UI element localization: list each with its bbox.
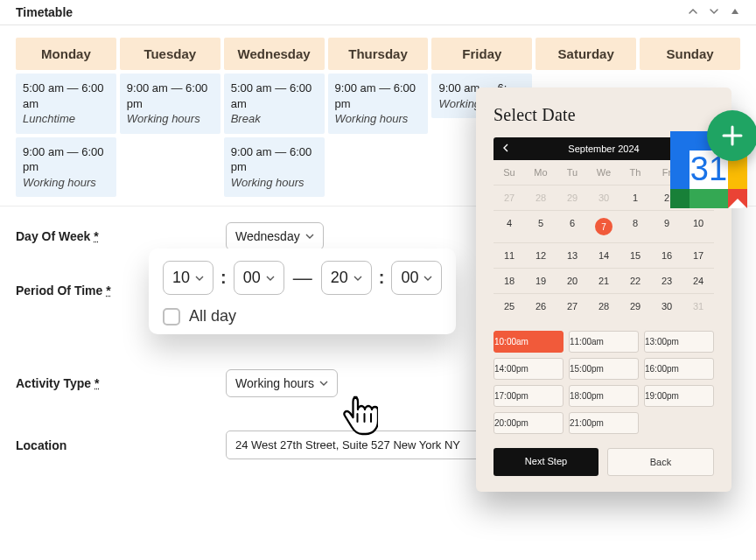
calendar-day[interactable]: 21	[588, 268, 620, 293]
location-input[interactable]: 24 West 27th Street, Suite 527 New York …	[226, 430, 488, 459]
calendar-day[interactable]: 20	[556, 268, 588, 293]
next-step-button[interactable]: Next Step	[494, 448, 598, 476]
month-prev-icon[interactable]	[502, 143, 509, 155]
period-from-hour[interactable]: 10	[163, 261, 214, 295]
calendar-day[interactable]: 31	[682, 293, 714, 318]
calendar-day[interactable]: 23	[651, 268, 682, 293]
location-label: Location	[16, 438, 138, 452]
day-column: Thursday9:00 am — 6:00 pmWorking hours	[328, 38, 429, 197]
activity-type-select[interactable]: Working hours	[226, 369, 338, 397]
calendar-day[interactable]: 17	[682, 242, 714, 268]
time-slot-button[interactable]: 20:00pm	[494, 412, 564, 434]
time-slot-button[interactable]: 13:00pm	[644, 331, 714, 353]
time-slot-button[interactable]: 19:00pm	[644, 385, 714, 407]
time-slot-button[interactable]: 18:00pm	[569, 385, 639, 407]
activity-type-label: Activity Type *	[16, 376, 138, 390]
timetable-slot[interactable]: 5:00 am — 6:00 amBreak	[224, 74, 325, 134]
period-label: Period Of Time *	[16, 284, 138, 298]
calendar-day[interactable]: 25	[494, 293, 525, 318]
panel-title: Timetable	[16, 5, 73, 19]
calendar-dow-header: Tu	[556, 160, 588, 185]
all-day-label: All day	[189, 307, 236, 326]
calendar-day[interactable]: 30	[651, 293, 682, 318]
calendar-day[interactable]: 8	[620, 210, 651, 242]
calendar-day[interactable]: 28	[525, 185, 556, 210]
time-slot-button[interactable]: 14:00pm	[494, 358, 564, 380]
day-of-week-label: Day Of Week *	[16, 229, 138, 243]
calendar-day[interactable]: 14	[588, 242, 620, 268]
calendar-dow-header: We	[588, 160, 620, 185]
chevron-down-icon	[305, 232, 314, 241]
time-slot-button[interactable]: 21:00pm	[569, 412, 639, 434]
calendar-day[interactable]: 6	[556, 210, 588, 242]
calendar-day[interactable]: 7	[588, 210, 620, 242]
day-column: Wednesday5:00 am — 6:00 amBreak9:00 am —…	[224, 38, 325, 197]
calendar-day[interactable]: 28	[588, 293, 620, 318]
chevron-down-icon	[319, 379, 328, 388]
time-slot-button[interactable]: 15:00pm	[569, 358, 639, 380]
calendar-day[interactable]: 27	[556, 293, 588, 318]
day-header: Monday	[16, 38, 116, 70]
calendar-day[interactable]: 29	[620, 293, 651, 318]
calendar-day[interactable]: 11	[494, 242, 525, 268]
add-button[interactable]	[707, 110, 756, 161]
time-slot-button[interactable]: 10:00am	[494, 331, 564, 353]
timetable-slot[interactable]: 9:00 am — 6:00 pmWorking hours	[224, 137, 325, 198]
period-to-hour[interactable]: 20	[321, 261, 372, 295]
calendar-day[interactable]: 16	[651, 242, 682, 268]
chevron-down-icon	[195, 274, 204, 283]
time-slot-grid: 10:00am11:00am13:00pm14:00pm15:00pm16:00…	[494, 331, 714, 434]
panel-header: Timetable	[0, 0, 756, 25]
day-header: Wednesday	[224, 38, 325, 70]
day-header: Sunday	[640, 38, 740, 70]
timetable-slot[interactable]: 9:00 am — 6:00 pmWorking hours	[16, 137, 116, 198]
calendar-day[interactable]: 24	[682, 268, 714, 293]
day-header: Thursday	[328, 38, 429, 70]
time-slot-button[interactable]: 11:00am	[569, 331, 639, 353]
time-slot-button[interactable]: 16:00pm	[644, 358, 714, 380]
calendar-dow-header: Mo	[525, 160, 556, 185]
period-from-min[interactable]: 00	[234, 261, 284, 295]
date-picker-title: Select Date	[494, 105, 714, 125]
timetable-slot[interactable]: 9:00 am — 6:00 pmWorking hours	[328, 74, 429, 134]
chevron-down-icon	[354, 274, 362, 283]
calendar-day[interactable]: 4	[494, 210, 525, 242]
calendar-day[interactable]: 12	[525, 242, 556, 268]
time-slot-button[interactable]: 17:00pm	[494, 385, 564, 407]
day-header: Saturday	[536, 38, 636, 70]
calendar-day[interactable]: 15	[620, 242, 651, 268]
all-day-checkbox[interactable]	[163, 308, 180, 326]
day-column: Monday5:00 am — 6:00 amLunchtime9:00 am …	[16, 38, 116, 197]
day-header: Tuesday	[120, 38, 220, 70]
calendar-dow-header: Su	[494, 160, 525, 185]
day-header: Friday	[431, 38, 532, 70]
calendar-day[interactable]: 1	[620, 185, 651, 210]
collapse-up-icon[interactable]	[688, 6, 698, 19]
calendar-day[interactable]: 26	[525, 293, 556, 318]
calendar-day[interactable]: 29	[556, 185, 588, 210]
calendar-day[interactable]: 30	[588, 185, 620, 210]
period-to-min[interactable]: 00	[391, 261, 442, 295]
chevron-down-icon	[266, 274, 275, 283]
timetable-slot[interactable]: 9:00 am — 6:00 pmWorking hours	[120, 74, 220, 134]
calendar-day[interactable]: 27	[494, 185, 525, 210]
day-column: Tuesday9:00 am — 6:00 pmWorking hours	[120, 38, 220, 197]
day-of-week-select[interactable]: Wednesday	[226, 222, 324, 250]
panel-controls	[688, 6, 740, 19]
back-button[interactable]: Back	[607, 448, 714, 476]
collapse-down-icon[interactable]	[709, 6, 719, 19]
calendar-day[interactable]: 19	[525, 268, 556, 293]
timetable-slot[interactable]: 5:00 am — 6:00 amLunchtime	[16, 74, 116, 134]
month-label: September 2024	[568, 144, 639, 154]
chevron-down-icon	[424, 274, 432, 283]
calendar-day[interactable]: 18	[494, 268, 525, 293]
collapse-tri-icon[interactable]	[730, 6, 740, 19]
calendar-day[interactable]: 5	[525, 210, 556, 242]
calendar-day[interactable]: 22	[620, 268, 651, 293]
calendar-day[interactable]: 13	[556, 242, 588, 268]
period-card: 10 : 00 — 20 : 00	[149, 248, 456, 334]
calendar-dow-header: Th	[620, 160, 651, 185]
